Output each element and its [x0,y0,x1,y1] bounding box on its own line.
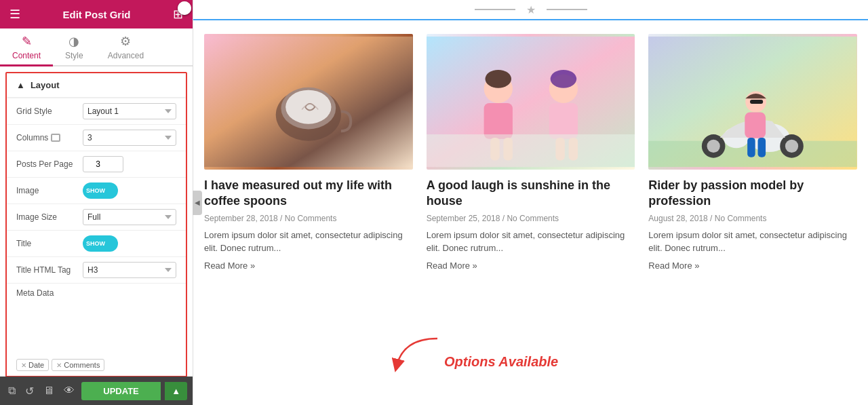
top-bar: ☰ Edit Post Grid ⊞ [0,0,193,28]
update-dropdown-button[interactable]: ▲ [165,382,187,400]
grid-style-label: Grid Style [16,107,77,116]
post-title-1: I have measured out my life with coffee … [204,178,413,210]
bottom-bar: ⧉ ↺ 🖥 👁 UPDATE ▲ [0,377,193,405]
svg-point-3 [285,90,331,124]
title-label: Title [16,239,77,248]
svg-point-21 [707,140,720,153]
content-tab-label: Content [12,51,41,60]
post-excerpt-3: Lorem ipsum dolor sit amet, consectetur … [648,229,857,255]
meta-tag-date[interactable]: ✕ Date [16,359,49,371]
image-size-select[interactable]: Full Large Medium Thumbnail [83,209,176,225]
post-excerpt-1: Lorem ipsum dolor sit amet, consectetur … [204,229,413,255]
post-title-2: A good laugh is sunshine in the house [427,178,635,210]
post-read-more-1[interactable]: Read More » [204,261,413,271]
title-html-tag-label: Title HTML Tag [16,265,77,275]
right-panel: ★ [193,0,868,405]
tab-style[interactable]: ◑ Style [53,28,96,66]
image-size-label: Image Size [16,212,77,222]
meta-tags: ✕ Date ✕ Comments [16,359,104,371]
menu-icon[interactable]: ☰ [9,7,20,22]
columns-label: Columns [16,133,77,142]
post-card-1: I have measured out my life with coffee … [204,34,413,271]
title-html-tag-select[interactable]: H3 H1 H2 H4 H5 H6 [83,262,176,278]
options-text: Options Available [444,354,558,370]
breadcrumb-line-right [547,9,587,10]
panel-content: ▲ Layout Grid Style Layout 1 Layout 2 La… [0,66,193,377]
svg-rect-15 [427,134,635,167]
eye-icon[interactable]: 👁 [61,382,77,400]
post-meta-3: August 28, 2018 / No Comments [648,214,857,223]
svg-point-14 [550,70,576,88]
meta-tag-comments-close[interactable]: ✕ [56,362,62,369]
content-tab-icon: ✎ [22,34,32,49]
meta-data-row: Meta Data ✕ Date ✕ Comments [7,283,186,376]
image-toggle-row: Image SHOW [7,177,186,204]
post-read-more-2[interactable]: Read More » [427,261,635,271]
svg-rect-25 [745,112,766,138]
monitor-bottom-icon[interactable]: 🖥 [41,382,57,400]
advanced-tab-icon: ⚙ [120,34,131,49]
post-title-3: Rider by passion model by profession [648,178,857,210]
style-tab-icon: ◑ [68,34,79,49]
section-title: Layout [31,80,60,90]
layers-icon[interactable]: ⧉ [5,382,18,400]
grid-style-select[interactable]: Layout 1 Layout 2 Layout 3 [83,103,176,119]
image-size-row: Image Size Full Large Medium Thumbnail [7,204,186,230]
style-tab-label: Style [65,51,83,60]
meta-tag-date-close[interactable]: ✕ [21,362,26,369]
post-meta-2: September 25, 2018 / No Comments [427,214,635,223]
advanced-tab-label: Advanced [108,51,144,60]
svg-rect-28 [758,138,766,157]
svg-rect-27 [747,138,755,157]
columns-row: Columns 3 1 2 4 [7,124,186,151]
posts-per-page-row: Posts Per Page [7,151,186,177]
monitor-icon [51,134,60,142]
post-meta-1: September 28, 2018 / No Comments [204,214,413,223]
left-panel: ☰ Edit Post Grid ⊞ ✎ Content ◑ Style ⚙ A… [0,0,193,405]
columns-select[interactable]: 3 1 2 4 [83,130,176,146]
image-toggle[interactable]: SHOW [83,182,118,199]
svg-rect-8 [549,103,577,139]
posts-per-page-input[interactable] [83,156,123,172]
title-toggle-show-label: SHOW [86,240,105,247]
title-html-tag-row: Title HTML Tag H3 H1 H2 H4 H5 H6 [7,256,186,283]
svg-point-13 [485,70,511,88]
layout-section: ▲ Layout Grid Style Layout 1 Layout 2 La… [5,72,187,377]
grid-style-row: Grid Style Layout 1 Layout 2 Layout 3 [7,98,186,124]
title-toggle-track[interactable]: SHOW [83,235,118,252]
annotation-arrow [390,335,444,372]
breadcrumb-star: ★ [526,3,536,16]
breadcrumb-area: ★ [193,0,868,20]
post-image-1 [204,34,413,170]
svg-rect-26 [750,100,763,104]
image-label: Image [16,186,77,195]
collapse-icon[interactable]: ▲ [16,80,25,90]
post-card-3: Rider by passion model by profession Aug… [648,34,857,271]
toggle-track[interactable]: SHOW [83,182,118,199]
rotate-icon[interactable]: ↺ [22,382,37,400]
update-button[interactable]: UPDATE [81,382,161,400]
title-toggle-row: Title SHOW [7,230,186,256]
tabs-bar: ✎ Content ◑ Style ⚙ Advanced [0,28,193,66]
title-toggle[interactable]: SHOW [83,235,118,252]
svg-rect-6 [484,103,512,139]
options-annotation: Options Available [390,335,558,372]
post-excerpt-2: Lorem ipsum dolor sit amet, consectetur … [427,229,635,255]
layout-section-header: ▲ Layout [7,73,186,98]
post-grid: I have measured out my life with coffee … [193,20,868,284]
tab-content[interactable]: ✎ Content [0,28,53,66]
meta-data-label: Meta Data [16,288,54,349]
tab-advanced[interactable]: ⚙ Advanced [96,28,156,66]
breadcrumb-line-left [475,9,515,10]
posts-per-page-label: Posts Per Page [16,159,77,169]
post-card-2: A good laugh is sunshine in the house Se… [427,34,635,271]
toggle-show-label: SHOW [86,187,105,194]
post-image-3 [648,34,857,170]
post-read-more-3[interactable]: Read More » [648,261,857,271]
meta-tag-comments[interactable]: ✕ Comments [52,359,104,371]
svg-point-23 [785,140,798,153]
panel-title: Edit Post Grid [62,9,130,20]
collapse-arrow-icon: ◀ [195,199,200,206]
post-image-2 [427,34,635,170]
collapse-panel-button[interactable]: ◀ [193,191,202,215]
